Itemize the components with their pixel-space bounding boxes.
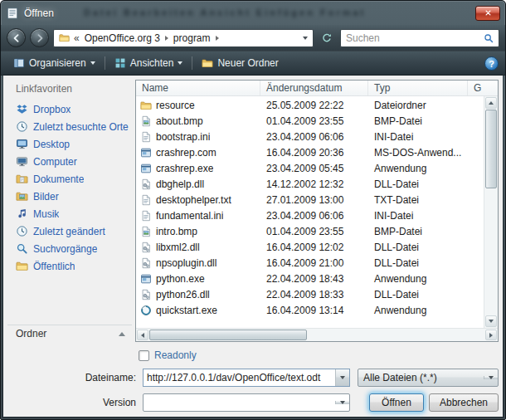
file-date: 14.12.2002 12:32 bbox=[260, 178, 368, 190]
file-row-quickstart-exe[interactable]: quickstart.exe 16.04.2009 13:14 Anwendun… bbox=[136, 302, 484, 318]
file-row-intro-bmp[interactable]: intro.bmp 01.04.2009 23:55 BMP-Datei bbox=[136, 223, 484, 239]
scrollbar-track[interactable] bbox=[485, 109, 497, 315]
file-row-crashrep-exe[interactable]: crashrep.exe 23.04.2009 05:45 Anwendung bbox=[136, 160, 484, 176]
file-type: INI-Datei bbox=[368, 131, 468, 143]
close-button[interactable] bbox=[475, 6, 500, 21]
forward-button[interactable] bbox=[30, 28, 49, 47]
file-row-crashrep-com[interactable]: crashrep.com 16.04.2009 20:36 MS-DOS-Anw… bbox=[136, 144, 484, 160]
breadcrumb-item-openoffice[interactable]: OpenOffice.org 3 bbox=[85, 32, 160, 44]
toolbar-separator bbox=[105, 56, 105, 70]
version-combobox[interactable] bbox=[143, 393, 350, 412]
scroll-left-button[interactable] bbox=[137, 330, 148, 340]
file-type: DLL-Datei bbox=[368, 242, 468, 253]
file-name: python26.dll bbox=[156, 289, 210, 300]
horizontal-scrollbar[interactable] bbox=[136, 328, 498, 341]
searches-icon bbox=[16, 242, 28, 255]
file-date: 22.04.2009 18:33 bbox=[260, 289, 368, 300]
version-label: Version bbox=[7, 397, 143, 408]
file-row-bootstrap-ini[interactable]: bootstrap.ini 23.04.2009 06:06 INI-Datei bbox=[136, 129, 484, 144]
column-header-g[interactable]: G bbox=[468, 81, 498, 95]
folders-bar[interactable]: Ordner bbox=[7, 325, 132, 342]
toolbar-separator bbox=[192, 56, 192, 70]
organize-button[interactable]: Organisieren bbox=[7, 54, 101, 72]
new-folder-icon bbox=[202, 57, 213, 69]
scroll-right-button[interactable] bbox=[485, 330, 497, 340]
sidebar-item-zuletzt-ge-ndert[interactable]: Zuletzt geändert bbox=[7, 222, 132, 240]
file-row-fundamental-ini[interactable]: fundamental.ini 23.04.2009 06:06 INI-Dat… bbox=[136, 208, 484, 223]
file-row-python-exe[interactable]: python.exe 22.04.2009 18:43 Anwendung bbox=[136, 271, 484, 286]
column-header-name[interactable]: Name bbox=[136, 81, 260, 95]
desktop-icon bbox=[16, 138, 28, 150]
file-row-npsoplugin-dll[interactable]: npsoplugin.dll 16.04.2009 21:00 DLL-Date… bbox=[136, 255, 484, 271]
scroll-down-button[interactable] bbox=[485, 315, 497, 327]
pictures-icon bbox=[16, 190, 28, 203]
scroll-up-button[interactable] bbox=[485, 97, 497, 109]
cancel-button[interactable]: Abbrechen bbox=[429, 393, 499, 412]
arrow-down-icon bbox=[489, 320, 494, 323]
sidebar-item-label: Dropbox bbox=[33, 104, 71, 115]
file-type: Anwendung bbox=[368, 273, 468, 285]
refresh-button[interactable] bbox=[318, 29, 336, 47]
quickstart-icon bbox=[140, 305, 152, 316]
filetype-combobox[interactable]: Alle Dateien (*.*) bbox=[358, 369, 499, 387]
scrollbar-thumb[interactable] bbox=[149, 330, 307, 340]
file-row-resource[interactable]: resource 25.05.2009 22:22 Dateiordner bbox=[136, 97, 484, 113]
new-folder-button[interactable]: Neuer Ordner bbox=[196, 54, 284, 72]
sidebar-item-computer[interactable]: Computer bbox=[7, 153, 132, 170]
vertical-scrollbar[interactable] bbox=[484, 96, 498, 328]
new-folder-label: Neuer Ordner bbox=[217, 57, 278, 69]
sidebar-item-desktop[interactable]: Desktop bbox=[7, 135, 132, 153]
back-button[interactable] bbox=[7, 28, 26, 47]
open-button[interactable]: Öffnen bbox=[369, 393, 424, 412]
column-header-typ[interactable]: Typ bbox=[368, 81, 468, 95]
file-type: DLL-Datei bbox=[368, 257, 468, 269]
views-button[interactable]: Ansichten bbox=[109, 54, 189, 72]
filename-combobox[interactable] bbox=[143, 369, 350, 387]
chevron-down-icon bbox=[178, 61, 182, 65]
file-row-python26-dll[interactable]: python26.dll 22.04.2009 18:33 DLL-Datei bbox=[136, 286, 484, 302]
sidebar-item-label: Bilder bbox=[33, 191, 59, 203]
file-type: DLL-Datei bbox=[368, 289, 468, 300]
column-header-nderungsdatum[interactable]: Änderungsdatum bbox=[260, 81, 368, 95]
file-list: NameÄnderungsdatumTypG resource 25.05.20… bbox=[135, 80, 499, 342]
file-date: 01.04.2009 23:55 bbox=[260, 115, 368, 127]
version-dropdown-button[interactable] bbox=[335, 401, 349, 404]
file-date: 23.04.2009 06:06 bbox=[260, 210, 368, 222]
readonly-checkbox[interactable] bbox=[139, 350, 149, 361]
computer-icon bbox=[16, 155, 28, 168]
sidebar-item-label: Dokumente bbox=[33, 173, 84, 185]
sidebar-item-dropbox[interactable]: Dropbox bbox=[7, 100, 132, 118]
dll-icon bbox=[140, 289, 152, 300]
sidebar-item-zuletzt-besuchte-orte[interactable]: Zuletzt besuchte Orte bbox=[7, 118, 132, 135]
sidebar-item-bilder[interactable]: Bilder bbox=[7, 188, 132, 205]
sidebar-item-dokumente[interactable]: Dokumente bbox=[7, 170, 132, 188]
breadcrumb-overflow[interactable]: « bbox=[74, 32, 80, 44]
breadcrumb-item-program[interactable]: program bbox=[173, 32, 211, 44]
file-row-libxml2-dll[interactable]: libxml2.dll 16.04.2009 12:02 DLL-Datei bbox=[136, 239, 484, 255]
filetype-dropdown-button[interactable] bbox=[484, 376, 498, 379]
breadcrumb-separator-icon bbox=[165, 36, 168, 41]
image-icon bbox=[140, 226, 152, 237]
filename-dropdown-button[interactable] bbox=[335, 369, 349, 386]
search-input[interactable] bbox=[343, 32, 483, 44]
filename-input[interactable] bbox=[144, 369, 335, 386]
sidebar-item-suchvorg-nge[interactable]: Suchvorgänge bbox=[7, 240, 132, 257]
titlebar[interactable]: Öffnen Datei Bearbeiten Ansicht Einfügen… bbox=[1, 1, 505, 25]
scrollbar-track[interactable] bbox=[148, 330, 485, 340]
file-row-about-bmp[interactable]: about.bmp 01.04.2009 23:55 BMP-Datei bbox=[136, 113, 484, 129]
scrollbar-thumb[interactable] bbox=[485, 110, 497, 188]
sidebar-item-ffentlich[interactable]: Öffentlich bbox=[7, 257, 132, 275]
folder-icon bbox=[140, 100, 152, 111]
file-row-dbghelp-dll[interactable]: dbghelp.dll 14.12.2002 12:32 DLL-Datei bbox=[136, 176, 484, 192]
sidebar: Linkfavoriten Dropbox Zuletzt besuchte O… bbox=[7, 80, 132, 342]
window-title: Öffnen bbox=[24, 7, 54, 19]
search-icon[interactable] bbox=[483, 32, 494, 44]
search-box[interactable] bbox=[340, 29, 499, 47]
breadcrumb[interactable]: « OpenOffice.org 3 program bbox=[53, 29, 314, 47]
breadcrumb-dropdown-icon[interactable] bbox=[298, 37, 308, 40]
sidebar-item-musik[interactable]: Musik bbox=[7, 205, 132, 222]
file-date: 16.04.2009 12:02 bbox=[260, 242, 368, 253]
file-name: crashrep.com bbox=[156, 147, 217, 159]
help-button[interactable]: ? bbox=[484, 56, 499, 71]
file-row-desktophelper-txt[interactable]: desktophelper.txt 27.01.2009 13:00 TXT-D… bbox=[136, 192, 484, 208]
